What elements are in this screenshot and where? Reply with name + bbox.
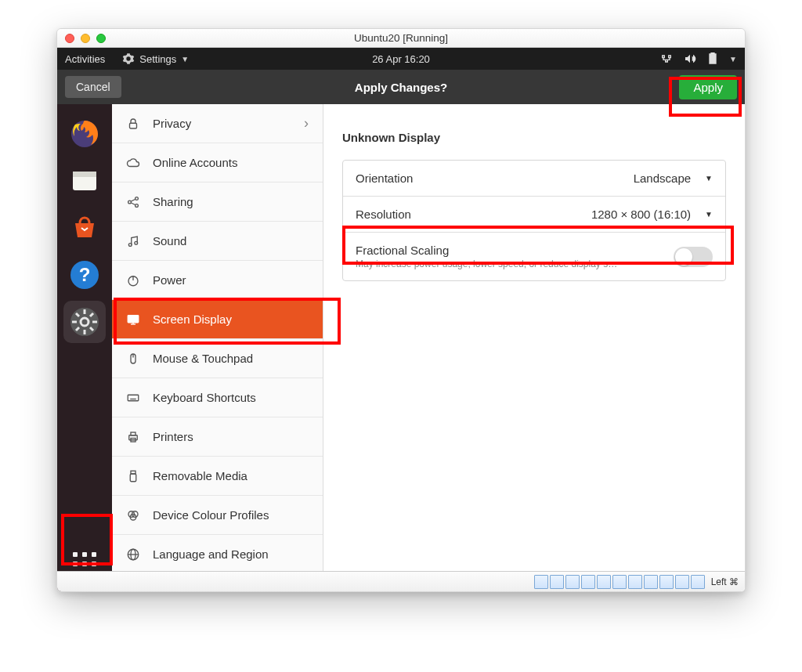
vbox-usb-icon[interactable] xyxy=(581,575,595,589)
sidebar-item-removable[interactable]: Removable Media xyxy=(112,457,323,496)
svg-rect-23 xyxy=(128,315,139,322)
activities-button[interactable]: Activities xyxy=(65,53,105,65)
app-menu[interactable]: Settings ▼ xyxy=(122,52,189,65)
fractional-scaling-switch[interactable] xyxy=(674,247,713,267)
software-icon xyxy=(69,212,100,244)
files-icon xyxy=(69,165,100,197)
dock-files[interactable] xyxy=(63,160,106,202)
chevron-right-icon: › xyxy=(304,115,309,132)
vbox-v-icon[interactable] xyxy=(644,575,658,589)
gnome-topbar: Activities Settings ▼ 26 Apr 16:20 ▼ xyxy=(57,48,745,70)
vbox-keyboard-icon[interactable] xyxy=(675,575,689,589)
usb-icon xyxy=(126,469,140,483)
vbox-hd-icon[interactable] xyxy=(534,575,548,589)
display-settings-content: Unknown Display Orientation Landscape ▼ … xyxy=(323,104,745,591)
sidebar-item-keyboard[interactable]: Keyboard Shortcuts xyxy=(112,378,323,417)
sidebar-item-sound[interactable]: Sound xyxy=(112,222,323,261)
chevron-down-icon: ▼ xyxy=(181,55,189,63)
sidebar-item-label: Screen Display xyxy=(153,313,232,326)
sidebar-item-label: Privacy xyxy=(153,117,191,130)
svg-point-20 xyxy=(135,241,138,244)
sidebar-item-label: Online Accounts xyxy=(153,156,237,169)
dock-firefox[interactable] xyxy=(63,113,106,155)
sidebar-item-label: Keyboard Shortcuts xyxy=(153,391,256,404)
vbox-rec-icon[interactable] xyxy=(628,575,642,589)
svg-rect-15 xyxy=(130,123,137,128)
svg-rect-36 xyxy=(131,432,135,435)
chevron-down-icon[interactable]: ▼ xyxy=(729,55,737,63)
vbox-statusbar: Left ⌘ xyxy=(57,571,745,591)
display-icon xyxy=(126,313,140,327)
dialog-headerbar: Cancel Apply Changes? Apply xyxy=(57,70,745,104)
vbox-shared-icon[interactable] xyxy=(597,575,611,589)
globe-icon xyxy=(126,547,140,562)
svg-rect-2 xyxy=(73,172,96,177)
sidebar-item-online-accounts[interactable]: Online Accounts xyxy=(112,143,323,182)
ubuntu-dock: ? xyxy=(57,104,112,591)
vbox-display-icon[interactable] xyxy=(612,575,627,589)
window-title: Ubuntu20 [Running] xyxy=(57,32,745,44)
chevron-down-icon: ▼ xyxy=(705,174,713,182)
vbox-cd-icon[interactable] xyxy=(550,575,564,589)
sidebar-item-label: Mouse & Touchpad xyxy=(153,352,253,365)
sidebar-item-printers[interactable]: Printers xyxy=(112,417,323,457)
apply-button[interactable]: Apply xyxy=(679,75,737,99)
settings-icon xyxy=(69,306,100,338)
network-icon[interactable] xyxy=(660,53,673,64)
vbox-seamless-icon[interactable] xyxy=(659,575,674,589)
sidebar-item-screen-display[interactable]: Screen Display xyxy=(112,300,323,339)
sidebar-item-privacy[interactable]: Privacy › xyxy=(112,104,323,143)
dock-settings[interactable] xyxy=(63,301,106,343)
dock-software[interactable] xyxy=(63,207,106,249)
sidebar-item-mouse[interactable]: Mouse & Touchpad xyxy=(112,339,323,378)
vbox-hostkey-icon[interactable] xyxy=(691,575,705,589)
mouse-icon xyxy=(126,352,140,366)
vm-window: Ubuntu20 [Running] Activities Settings ▼… xyxy=(56,28,746,592)
orientation-value: Landscape xyxy=(634,172,691,185)
sidebar-item-label: Power xyxy=(153,273,186,287)
cancel-button[interactable]: Cancel xyxy=(65,76,121,98)
hostkey-label: Left ⌘ xyxy=(711,576,739,587)
sidebar-item-label: Sharing xyxy=(153,195,193,208)
sidebar-item-label: Language and Region xyxy=(153,547,269,561)
sidebar-item-power[interactable]: Power xyxy=(112,261,323,300)
svg-point-19 xyxy=(128,243,132,246)
sidebar-item-language[interactable]: Language and Region xyxy=(112,535,323,574)
resolution-label: Resolution xyxy=(356,208,411,221)
printer-icon xyxy=(126,430,140,444)
dialog-title: Apply Changes? xyxy=(57,81,745,94)
sidebar-item-label: Removable Media xyxy=(153,469,247,482)
firefox-icon xyxy=(69,118,100,150)
vbox-net-icon[interactable] xyxy=(565,575,580,589)
window-maximize-button[interactable] xyxy=(96,34,106,43)
colour-icon xyxy=(126,508,140,522)
app-menu-label: Settings xyxy=(139,53,176,65)
lock-icon xyxy=(126,117,140,131)
window-close-button[interactable] xyxy=(65,34,74,43)
resolution-row[interactable]: Resolution 1280 × 800 (16:10) ▼ xyxy=(343,197,725,233)
fractional-scaling-sub: May increase power usage, lower speed, o… xyxy=(356,258,622,269)
power-icon xyxy=(126,273,140,287)
sidebar-item-label: Printers xyxy=(153,430,193,443)
fractional-scaling-row[interactable]: Fractional Scaling May increase power us… xyxy=(343,233,725,280)
svg-rect-35 xyxy=(129,435,138,439)
svg-rect-28 xyxy=(128,395,139,401)
svg-text:?: ? xyxy=(79,264,91,285)
battery-icon[interactable] xyxy=(707,52,718,65)
sidebar-item-colour[interactable]: Device Colour Profiles xyxy=(112,496,323,535)
window-minimize-button[interactable] xyxy=(81,34,90,43)
chevron-down-icon: ▼ xyxy=(705,210,713,219)
cloud-icon xyxy=(126,156,140,170)
display-panel: Orientation Landscape ▼ Resolution 1280 … xyxy=(342,160,726,281)
music-icon xyxy=(126,234,140,248)
svg-rect-39 xyxy=(130,474,136,482)
sidebar-item-sharing[interactable]: Sharing xyxy=(112,182,323,222)
dock-help[interactable]: ? xyxy=(63,254,106,296)
settings-sidebar: Privacy › Online Accounts Sharing Sound … xyxy=(112,104,323,591)
volume-icon[interactable] xyxy=(684,53,696,64)
keyboard-icon xyxy=(126,391,140,405)
help-icon: ? xyxy=(69,259,100,291)
orientation-row[interactable]: Orientation Landscape ▼ xyxy=(343,161,725,197)
sidebar-item-label: Device Colour Profiles xyxy=(153,508,269,522)
resolution-value: 1280 × 800 (16:10) xyxy=(591,208,691,221)
